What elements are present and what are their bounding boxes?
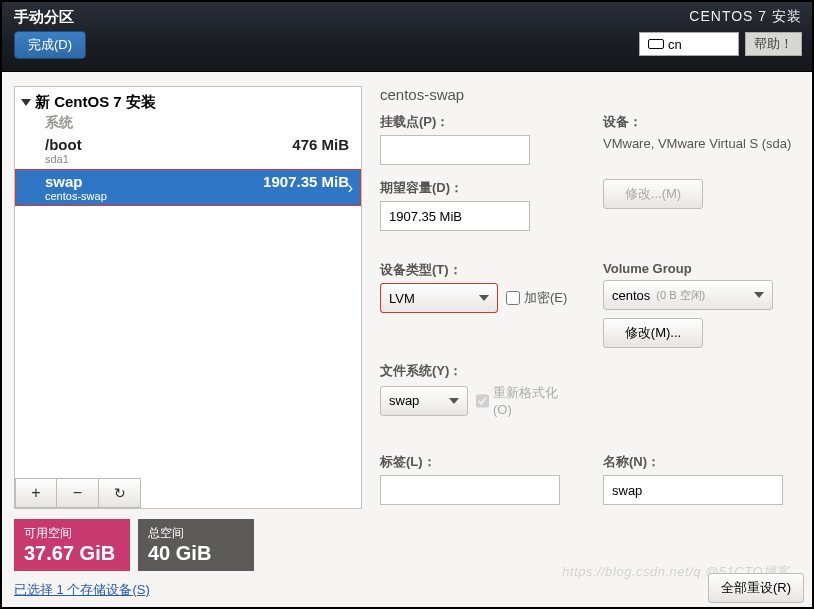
device-type-value: LVM [389,291,415,306]
keyboard-icon [648,39,664,49]
partition-size: 1907.35 MiB [263,173,349,190]
partition-item-boot[interactable]: /boot 476 MiB sda1 [15,132,361,169]
remove-partition-button[interactable]: − [57,478,99,508]
done-button[interactable]: 完成(D) [14,31,86,59]
chevron-down-icon [449,398,459,404]
installer-title: CENTOS 7 安装 [689,8,802,26]
name-input[interactable] [603,475,783,505]
chevron-down-icon [479,295,489,301]
reset-all-button[interactable]: 全部重设(R) [708,573,804,603]
total-space-label: 总空间 [148,525,244,542]
top-bar: 手动分区 完成(D) CENTOS 7 安装 cn 帮助！ [2,2,812,72]
triangle-down-icon [21,99,31,106]
volume-group-select[interactable]: centos (0 B 空闲) [603,280,773,310]
partition-name: swap [45,173,83,190]
system-group: 系统 [15,114,361,132]
chevron-right-icon: › [348,179,353,197]
total-space-value: 40 GiB [148,542,244,565]
filesystem-select[interactable]: swap [380,386,468,416]
partition-tree: 新 CentOS 7 安装 系统 /boot 476 MiB sda1 swap [14,86,362,509]
device-text: VMware, VMware Virtual S (sda) [603,135,796,153]
partition-item-swap[interactable]: swap 1907.35 MiB centos-swap › [15,169,361,206]
reformat-checkbox: 重新格式化(O) [476,384,573,417]
partition-device: centos-swap [45,190,349,202]
partition-size: 476 MiB [292,136,349,153]
page-title: 手动分区 [14,8,86,27]
mountpoint-input[interactable] [380,135,530,165]
mountpoint-label: 挂载点(P)： [380,113,573,131]
reformat-label: 重新格式化(O) [493,384,573,417]
install-title: 新 CentOS 7 安装 [35,93,156,112]
filesystem-label: 文件系统(Y)： [380,362,573,380]
capacity-label: 期望容量(D)： [380,179,573,197]
device-type-select[interactable]: LVM [380,283,498,313]
encrypt-label: 加密(E) [524,289,567,307]
help-button[interactable]: 帮助！ [745,32,802,56]
available-space-value: 37.67 GiB [24,542,120,565]
partition-device: sda1 [45,153,349,165]
tag-label: 标签(L)： [380,453,573,471]
add-partition-button[interactable]: + [15,478,57,508]
total-space-box: 总空间 40 GiB [138,519,254,571]
partition-name: /boot [45,136,82,153]
volume-group-value: centos [612,288,650,303]
space-summary: 可用空间 37.67 GiB 总空间 40 GiB [14,519,362,571]
available-space-box: 可用空间 37.67 GiB [14,519,130,571]
volume-group-label: Volume Group [603,261,796,276]
keyboard-layout: cn [668,37,682,52]
modify-device-button: 修改...(M) [603,179,703,209]
encrypt-checkbox[interactable]: 加密(E) [506,289,567,307]
keyboard-indicator[interactable]: cn [639,32,739,56]
storage-devices-link[interactable]: 已选择 1 个存储设备(S) [14,581,362,599]
device-type-label: 设备类型(T)： [380,261,573,279]
device-label: 设备： [603,113,796,131]
filesystem-value: swap [389,393,419,408]
encrypt-input[interactable] [506,291,520,305]
reformat-input [476,394,489,408]
name-label: 名称(N)： [603,453,796,471]
available-space-label: 可用空间 [24,525,120,542]
modify-vg-button[interactable]: 修改(M)... [603,318,703,348]
tree-toolbar: + − ↻ [15,478,361,508]
volume-group-free: (0 B 空闲) [656,288,705,303]
install-row[interactable]: 新 CentOS 7 安装 [15,87,361,114]
capacity-input[interactable] [380,201,530,231]
reload-button[interactable]: ↻ [99,478,141,508]
chevron-down-icon [754,292,764,298]
tag-input[interactable] [380,475,560,505]
panel-title: centos-swap [380,86,796,103]
